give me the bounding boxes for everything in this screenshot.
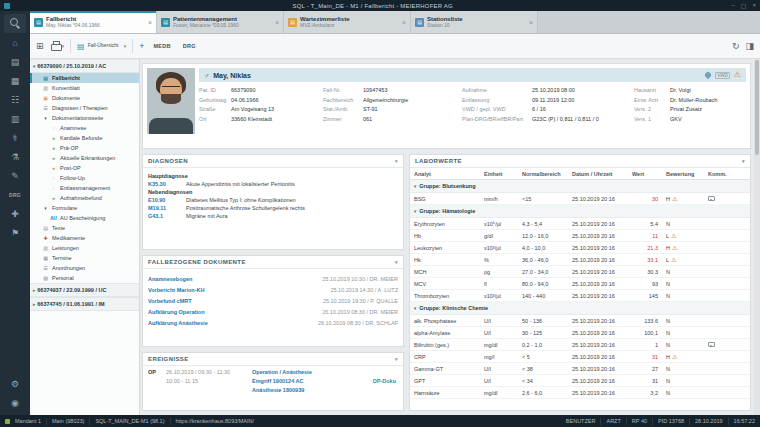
icd-code-link[interactable]: G43.1 xyxy=(148,213,182,219)
tree-item-kardiale-befunde[interactable]: ●Kardiale Befunde xyxy=(30,133,139,143)
collapse-chevron-icon[interactable]: ▾ xyxy=(395,158,398,164)
search-icon[interactable] xyxy=(4,14,26,33)
lab-row[interactable]: Thrombozytenx10³/µl140 - 44025.10.2019 2… xyxy=(410,290,750,302)
station-icon[interactable]: ☷ xyxy=(4,90,26,109)
tree-item-fallbericht[interactable]: ▤Fallbericht xyxy=(30,73,139,83)
collapse-chevron-icon[interactable]: ▾ xyxy=(742,158,745,164)
close-button[interactable]: × xyxy=(752,2,756,9)
tree-item-personal[interactable]: ▧Personal xyxy=(30,273,139,283)
patients-icon[interactable]: ▤ xyxy=(4,52,26,71)
collapse-chevron-icon[interactable]: ▾ xyxy=(395,356,398,362)
event-link[interactable]: Eingriff 1900124 AC xyxy=(252,378,372,384)
tree-item-dokumente[interactable]: ▣Dokumente xyxy=(30,93,139,103)
lab-group-row[interactable]: ▾Gruppe: Blutsenkung xyxy=(410,180,750,193)
case-header-closed[interactable]: ▸66374745 / 01.06.1991 / IM xyxy=(30,297,139,311)
comment-icon[interactable] xyxy=(708,196,715,201)
flag-icon[interactable]: ⚑ xyxy=(4,223,26,242)
tree-item-prae-op[interactable]: ●Prä-OP xyxy=(30,143,139,153)
panel-toggle-icon[interactable]: ◨ xyxy=(745,41,754,51)
document-link[interactable]: Vorbefund cMRT xyxy=(148,298,192,304)
vertical-scrollbar[interactable] xyxy=(754,59,760,415)
tab-patientenmanagement[interactable]: ▤ Patientenmanagement Fuster, Marianne *… xyxy=(157,11,284,33)
collapse-chevron-icon[interactable]: ▾ xyxy=(395,259,398,265)
lab-row[interactable]: GPTU/l< 3425.10.2019 20:16 31 N xyxy=(410,375,750,387)
tree-item-medikamente[interactable]: ✚Medikamente xyxy=(30,233,139,243)
case-header-open[interactable]: ▾66379090 / 25.10.2019 / AC xyxy=(30,59,139,73)
lab-row[interactable]: alpha-AmylaseU/l30 - 12525.10.2019 20:16… xyxy=(410,327,750,339)
tab-wartezimmerliste[interactable]: ▤ Wartezimmerliste MVZ-Ambulanz × xyxy=(284,11,411,33)
tree-item-entlassmanagement[interactable]: ○Entlassmanagement xyxy=(30,183,139,193)
lab-row[interactable]: Gamma-GTU/l< 3825.10.2019 20:16 27 N xyxy=(410,363,750,375)
lab-row[interactable]: CRPmg/l< 525.10.2019 20:16 31 H⚠ xyxy=(410,351,750,363)
edit-icon[interactable]: ✎ xyxy=(4,166,26,185)
lab-row[interactable]: Harnsäuremg/dl2,6 - 6,025.10.2019 20:16 … xyxy=(410,387,750,399)
minimize-button[interactable]: – xyxy=(731,2,734,9)
icd-code-link[interactable]: M19.11 xyxy=(148,205,182,211)
case-header-closed[interactable]: ▸66374937 / 22.09.1999 / UC xyxy=(30,283,139,297)
lab-row[interactable]: Hk%36,0 - 46,025.10.2019 20:16 33,1 L⚠ xyxy=(410,254,750,266)
tree-item-post-op[interactable]: ●Post-OP xyxy=(30,163,139,173)
document-row[interactable]: Vorbefund cMRT25.10.2019 19:30 / P. QUAL… xyxy=(148,296,398,305)
apps-grid-icon[interactable]: ⊞ xyxy=(36,41,44,51)
lab-row[interactable]: MCVfl80,0 - 94,025.10.2019 20:16 93 N xyxy=(410,278,750,290)
document-row[interactable]: Vorbericht Marion-KH25.10.2019 14:30 / A… xyxy=(148,285,398,294)
tree-item-termine[interactable]: ▦Termine xyxy=(30,253,139,263)
print-button[interactable]: ▾ xyxy=(50,41,65,51)
tab-close-icon[interactable]: × xyxy=(148,19,152,26)
calendar-icon[interactable]: ▦ xyxy=(4,71,26,90)
document-row[interactable]: Aufklärung Anästhesie26.10.2019 08:30 / … xyxy=(148,318,398,327)
document-row[interactable]: Anamnesebogen25.10.2019 10:30 / DR. MEIE… xyxy=(148,274,398,283)
tab-stationsliste[interactable]: ▤ Stationsliste Station 10 × xyxy=(411,11,538,33)
drg-button[interactable]: DRG xyxy=(180,41,199,51)
medb-button[interactable]: MEDB xyxy=(150,41,173,51)
comment-icon[interactable] xyxy=(708,342,715,347)
fall-uebersicht-button[interactable]: ▤ Fall-Übersicht ▾ xyxy=(77,42,126,51)
tab-close-icon[interactable]: × xyxy=(275,19,279,26)
home-icon[interactable]: ⌂ xyxy=(4,33,26,52)
lab-row[interactable]: Bilirubin (ges.)mg/dl0,2 - 1,025.10.2019… xyxy=(410,339,750,351)
lab-row[interactable]: Erythrozytenx10⁶/µl4,3 - 5,425.10.2019 2… xyxy=(410,218,750,230)
tree-item-kurvenblatt[interactable]: ▥Kurvenblatt xyxy=(30,83,139,93)
document-link[interactable]: Anamnesebogen xyxy=(148,276,192,282)
tab-close-icon[interactable]: × xyxy=(402,19,406,26)
tree-item-au-bescheinigung[interactable]: AUAU Bescheinigung xyxy=(30,213,139,223)
document-link[interactable]: Aufklärung Anästhesie xyxy=(148,320,208,326)
event-link[interactable]: Operation / Anästhesie xyxy=(252,369,372,375)
tree-item-anamnese[interactable]: ○Anamnese xyxy=(30,123,139,133)
drg-icon[interactable]: DRG xyxy=(4,185,26,204)
scrollbar-thumb[interactable] xyxy=(755,60,759,155)
document-link[interactable]: Vorbericht Marion-KH xyxy=(148,287,204,293)
tree-item-aufnahmebefund[interactable]: ●Aufnahmebefund xyxy=(30,193,139,203)
tree-item-diagnosen[interactable]: ☰Diagnosen / Therapien xyxy=(30,103,139,113)
lab-row[interactable]: Leukozytenx10³/µl4,0 - 10,025.10.2019 20… xyxy=(410,242,750,254)
tab-close-icon[interactable]: × xyxy=(529,19,533,26)
tree-item-texte[interactable]: ▤Texte xyxy=(30,223,139,233)
diagnosis-row[interactable]: G43.1 Migräne mit Aura xyxy=(148,213,398,219)
diagnosis-row[interactable]: K35.30 Akute Appendizitis mit lokalisier… xyxy=(148,181,398,187)
lab-group-row[interactable]: ▾Gruppe: Hämatologie xyxy=(410,205,750,218)
tree-item-leistungen[interactable]: ▥Leistungen xyxy=(30,243,139,253)
diagnosis-row[interactable]: M19.11 Posttraumatische Arthrose Schulte… xyxy=(148,205,398,211)
lab-row[interactable]: alk. PhosphataseU/l50 - 13625.10.2019 20… xyxy=(410,315,750,327)
icd-code-link[interactable]: E10.90 xyxy=(148,197,182,203)
lab-row[interactable]: BSGmm/h<1525.10.2019 20:16 30 H⚠ xyxy=(410,193,750,205)
power-icon[interactable]: ◉ xyxy=(4,393,26,412)
op-doku-tag[interactable]: OP-Doku xyxy=(372,378,398,384)
tree-item-formulare[interactable]: ▾Formulare xyxy=(30,203,139,213)
tree-item-follow-up[interactable]: ○Follow-Up xyxy=(30,173,139,183)
medical-icon[interactable]: ⚕ xyxy=(4,128,26,147)
document-link[interactable]: Aufklärung Operation xyxy=(148,309,205,315)
settings-icon[interactable]: ⚙ xyxy=(4,374,26,393)
lab-row[interactable]: MCHpg27,0 - 34,025.10.2019 20:16 30,3 N xyxy=(410,266,750,278)
add-icon[interactable]: + xyxy=(139,41,144,51)
lab-icon[interactable]: ⚗ xyxy=(4,147,26,166)
charts-icon[interactable]: ▥ xyxy=(4,109,26,128)
lab-group-row[interactable]: ▾Gruppe: Klinische Chemie xyxy=(410,302,750,315)
diagnosis-row[interactable]: E10.90 Diabetes Mellitus Typ I: ohne Kom… xyxy=(148,197,398,203)
tab-fallbericht[interactable]: ▤ Fallbericht May, Niklas *04.06.1966 × xyxy=(30,11,157,33)
tree-item-aktuelle-erkrankungen[interactable]: ●Aktuelle Erkrankungen xyxy=(30,153,139,163)
refresh-icon[interactable]: ↻ xyxy=(732,41,740,51)
icd-code-link[interactable]: K35.30 xyxy=(148,181,182,187)
maximize-button[interactable]: ▢ xyxy=(741,2,747,9)
meds-icon[interactable]: ✚ xyxy=(4,204,26,223)
